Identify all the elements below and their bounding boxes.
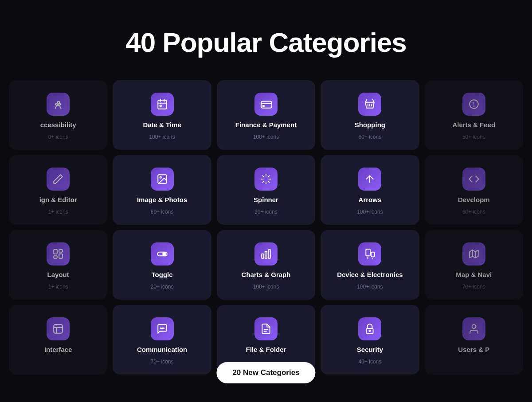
category-card-image-photos[interactable]: Image & Photos60+ icons [113, 155, 211, 225]
category-card-layout[interactable]: Layout1+ icons [9, 230, 107, 300]
interface-name: Interface [44, 346, 72, 353]
toggle-name: Toggle [152, 271, 173, 278]
accessibility-count: 0+ icons [48, 134, 68, 140]
category-card-users[interactable]: Users & P [425, 305, 523, 375]
image-photos-count: 60+ icons [151, 209, 174, 215]
svg-rect-6 [261, 101, 272, 108]
shopping-name: Shopping [355, 121, 385, 129]
finance-payment-count: 100+ icons [253, 134, 279, 140]
charts-graph-name: Charts & Graph [242, 271, 291, 278]
alert-icon [468, 98, 480, 110]
svg-point-14 [473, 106, 474, 106]
layout-icon-wrapper [47, 242, 70, 265]
svg-rect-21 [54, 256, 57, 258]
category-card-arrows[interactable]: Arrows100+ icons [321, 155, 419, 225]
svg-rect-20 [59, 254, 63, 258]
category-card-map-navi[interactable]: Map & Navi70+ icons [425, 230, 523, 300]
date-time-name: Date & Time [143, 121, 181, 129]
spinner-icon [260, 173, 272, 185]
category-card-alerts-feed[interactable]: Alerts & Feed50+ icons [425, 80, 523, 150]
category-card-communication[interactable]: Communication70+ icons [113, 305, 211, 375]
communication-icon-wrapper [151, 317, 174, 340]
chart-icon [260, 248, 272, 260]
category-card-toggle[interactable]: Toggle20+ icons [113, 230, 211, 300]
finance-payment-icon-wrapper [254, 93, 278, 116]
design-editor-count: 1+ icons [48, 209, 68, 215]
category-card-shopping[interactable]: Shopping60+ icons [321, 80, 419, 150]
spinner-icon-wrapper [254, 168, 278, 191]
category-card-date-time[interactable]: Date & Time100+ icons [113, 80, 211, 150]
layout-count: 1+ icons [48, 284, 68, 290]
svg-rect-5 [160, 105, 161, 106]
arrows-count: 100+ icons [357, 209, 383, 215]
map-navi-name: Map & Navi [456, 271, 492, 278]
toggle-icon [156, 248, 168, 260]
svg-line-10 [368, 104, 368, 106]
svg-rect-18 [54, 250, 57, 254]
arrows-name: Arrows [359, 196, 382, 203]
svg-point-23 [163, 253, 166, 256]
image-photos-icon-wrapper [151, 168, 174, 191]
category-card-charts-graph[interactable]: Charts & Graph100+ icons [217, 230, 315, 300]
charts-graph-count: 100+ icons [253, 284, 279, 290]
accessibility-icon-wrapper [47, 93, 70, 116]
svg-rect-25 [265, 252, 267, 258]
svg-rect-33 [54, 324, 63, 333]
alerts-feed-name: Alerts & Feed [452, 121, 495, 129]
map-navi-count: 70+ icons [462, 284, 485, 290]
communication-count: 70+ icons [151, 359, 174, 365]
card-icon [260, 98, 272, 110]
file-folder-icon-wrapper [254, 317, 278, 340]
toggle-icon-wrapper [151, 242, 174, 265]
users-icon-wrapper [462, 317, 485, 340]
category-card-development[interactable]: Developm60+ icons [425, 155, 523, 225]
pen-icon [52, 173, 64, 185]
accessibility-icon [52, 98, 64, 110]
page-title: 40 Popular Categories [125, 27, 407, 58]
category-card-design-editor[interactable]: ign & Editor1+ icons [9, 155, 107, 225]
layout-icon [52, 248, 64, 260]
design-editor-name: ign & Editor [39, 196, 77, 203]
accessibility-name: ccessibility [40, 121, 76, 129]
code-icon [468, 173, 480, 185]
arrow-up-icon [364, 173, 376, 185]
svg-line-11 [372, 104, 372, 106]
toggle-count: 20+ icons [151, 284, 174, 290]
chat-icon [156, 323, 168, 335]
shopping-icon-wrapper [358, 93, 381, 116]
svg-rect-8 [262, 105, 264, 106]
layout-name: Layout [47, 271, 69, 278]
device-icon [364, 248, 376, 260]
new-categories-badge[interactable]: 20 New Categories [216, 362, 315, 383]
development-count: 60+ icons [462, 209, 485, 215]
category-card-security[interactable]: Security40+ icons [321, 305, 419, 375]
device-electronics-count: 100+ icons [357, 284, 383, 290]
categories-grid: ccessibility0+ iconsDate & Time100+ icon… [0, 80, 532, 375]
svg-rect-19 [59, 250, 63, 252]
charts-graph-icon-wrapper [254, 242, 278, 265]
category-card-device-electronics[interactable]: Device & Electronics100+ icons [321, 230, 419, 300]
alerts-feed-icon-wrapper [462, 93, 485, 116]
svg-point-37 [162, 328, 163, 329]
svg-point-43 [472, 324, 476, 328]
svg-rect-1 [158, 100, 167, 109]
design-editor-icon-wrapper [47, 168, 70, 191]
category-card-spinner[interactable]: Spinner30+ icons [217, 155, 315, 225]
users-name: Users & P [458, 346, 489, 353]
svg-rect-27 [366, 249, 371, 256]
svg-rect-24 [262, 254, 263, 258]
category-card-accessibility[interactable]: ccessibility0+ icons [9, 80, 107, 150]
badge-container: 20 New Categories [216, 362, 315, 383]
date-time-count: 100+ icons [149, 134, 175, 140]
arrows-icon-wrapper [358, 168, 381, 191]
svg-point-0 [58, 101, 59, 103]
device-electronics-icon-wrapper [358, 242, 381, 265]
lock-icon [364, 323, 376, 335]
map-navi-icon-wrapper [462, 242, 485, 265]
file-icon [260, 323, 272, 335]
image-photos-name: Image & Photos [137, 196, 187, 203]
svg-point-42 [369, 330, 371, 332]
category-card-interface[interactable]: Interface [9, 305, 107, 375]
svg-rect-26 [268, 250, 270, 258]
category-card-finance-payment[interactable]: Finance & Payment100+ icons [217, 80, 315, 150]
